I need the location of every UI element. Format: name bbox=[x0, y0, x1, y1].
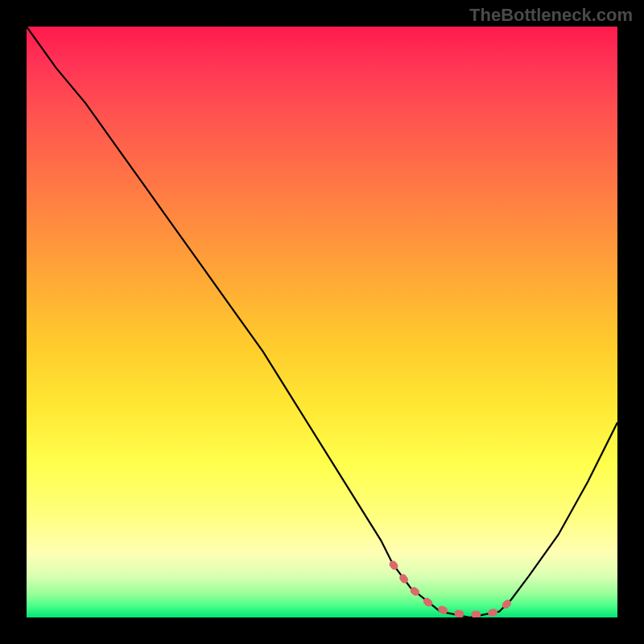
watermark-text: TheBottleneck.com bbox=[469, 5, 633, 26]
chart-plot-area bbox=[27, 27, 617, 617]
chart-svg bbox=[27, 27, 617, 617]
optimal-zone-highlight bbox=[393, 564, 511, 614]
bottleneck-curve bbox=[27, 27, 617, 617]
